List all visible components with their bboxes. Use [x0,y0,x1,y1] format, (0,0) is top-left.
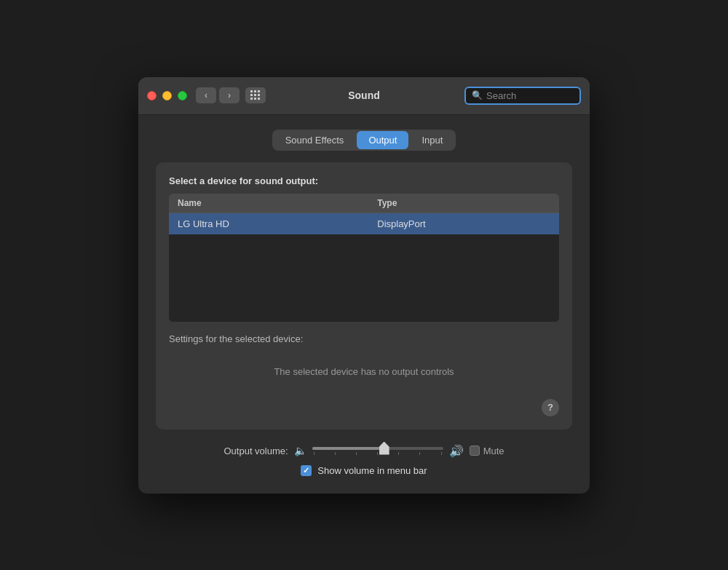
volume-high-icon: 🔊 [449,444,464,458]
content-area: Sound Effects Output Input Select a devi… [138,115,590,494]
slider-fill [312,447,384,450]
settings-for-label: Settings for the selected device: [169,333,559,344]
search-box[interactable]: 🔍 [464,87,581,105]
mute-checkbox[interactable] [470,446,480,456]
empty-row-1 [169,234,559,322]
tab-output[interactable]: Output [357,131,408,149]
output-panel: Select a device for sound output: Name T… [156,162,572,430]
bottom-controls: Output volume: 🔈 [156,444,572,476]
tab-group: Sound Effects Output Input [272,130,456,151]
nav-buttons: ‹ › [196,87,266,103]
back-icon: ‹ [205,90,207,100]
maximize-button[interactable] [178,91,187,100]
volume-low-icon: 🔈 [294,445,306,456]
show-volume-label: Show volume in menu bar [317,465,427,476]
minimize-button[interactable] [162,91,172,100]
tab-input[interactable]: Input [410,131,454,149]
tick-1 [314,452,314,455]
tick-2 [335,452,336,455]
col-header-type: Type [368,194,559,213]
volume-slider[interactable] [312,447,443,450]
titlebar: ‹ › Sound 🔍 [138,77,590,115]
empty-area [169,234,559,322]
sound-preferences-window: ‹ › Sound 🔍 Sound Effect [138,77,590,494]
device-name-cell: LG Ultra HD [169,213,368,234]
tab-sound-effects[interactable]: Sound Effects [274,131,356,149]
tick-7 [441,452,442,455]
help-button[interactable]: ? [542,399,559,416]
tick-5 [398,452,399,455]
mute-area: Mute [470,446,505,456]
search-icon: 🔍 [472,90,483,100]
back-button[interactable]: ‹ [196,87,216,103]
forward-button[interactable]: › [219,87,240,103]
settings-section: Settings for the selected device: The se… [169,333,559,384]
select-device-label: Select a device for sound output: [169,175,559,186]
tick-4 [377,452,378,455]
tick-marks [312,452,443,455]
show-volume-checkbox[interactable]: ✓ [301,465,312,476]
help-btn-area: ? [169,399,559,416]
table-header-row: Name Type [169,194,559,213]
search-input[interactable] [486,90,574,101]
no-controls-message: The selected device has no output contro… [169,352,559,384]
col-header-name: Name [169,194,368,213]
mute-label: Mute [483,446,505,456]
device-type-cell: DisplayPort [368,213,559,234]
grid-icon [250,90,261,100]
output-volume-label: Output volume: [223,446,288,456]
tabs-container: Sound Effects Output Input [156,130,572,151]
close-button[interactable] [147,91,157,100]
tick-6 [419,452,420,455]
tick-3 [356,452,357,455]
device-table: Name Type LG Ultra HD DisplayPort [169,194,559,322]
grid-button[interactable] [245,87,266,103]
checkmark-icon: ✓ [303,467,309,475]
volume-row: Output volume: 🔈 [223,444,504,458]
slider-container [312,447,443,455]
show-volume-row: ✓ Show volume in menu bar [301,465,427,476]
traffic-lights [147,91,187,100]
forward-icon: › [228,90,231,100]
slider-thumb [379,442,389,455]
table-row[interactable]: LG Ultra HD DisplayPort [169,213,559,234]
window-title: Sound [348,90,380,101]
